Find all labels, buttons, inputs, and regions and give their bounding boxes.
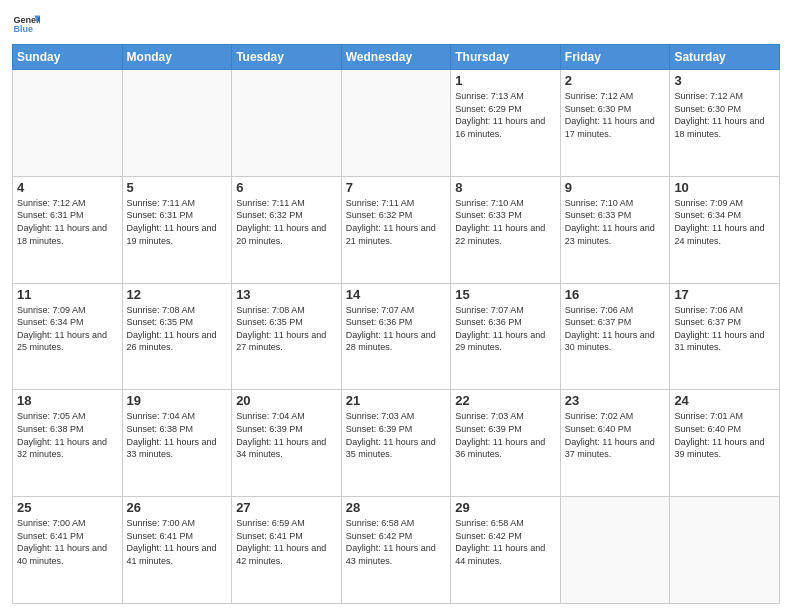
calendar-cell: 1Sunrise: 7:13 AMSunset: 6:29 PMDaylight… bbox=[451, 70, 561, 177]
day-info: Sunrise: 7:08 AMSunset: 6:35 PMDaylight:… bbox=[127, 304, 228, 354]
day-info: Sunrise: 7:11 AMSunset: 6:31 PMDaylight:… bbox=[127, 197, 228, 247]
day-info: Sunrise: 7:06 AMSunset: 6:37 PMDaylight:… bbox=[565, 304, 666, 354]
day-info: Sunrise: 7:07 AMSunset: 6:36 PMDaylight:… bbox=[346, 304, 447, 354]
day-info: Sunrise: 7:10 AMSunset: 6:33 PMDaylight:… bbox=[565, 197, 666, 247]
day-info: Sunrise: 7:09 AMSunset: 6:34 PMDaylight:… bbox=[674, 197, 775, 247]
day-of-week-header: Tuesday bbox=[232, 45, 342, 70]
day-number: 11 bbox=[17, 287, 118, 302]
calendar-cell: 2Sunrise: 7:12 AMSunset: 6:30 PMDaylight… bbox=[560, 70, 670, 177]
day-number: 13 bbox=[236, 287, 337, 302]
calendar-week-row: 4Sunrise: 7:12 AMSunset: 6:31 PMDaylight… bbox=[13, 176, 780, 283]
svg-text:Blue: Blue bbox=[13, 24, 33, 34]
day-of-week-header: Wednesday bbox=[341, 45, 451, 70]
day-info: Sunrise: 7:06 AMSunset: 6:37 PMDaylight:… bbox=[674, 304, 775, 354]
calendar-cell bbox=[560, 497, 670, 604]
logo: General Blue bbox=[12, 10, 40, 38]
calendar-cell: 21Sunrise: 7:03 AMSunset: 6:39 PMDayligh… bbox=[341, 390, 451, 497]
day-number: 3 bbox=[674, 73, 775, 88]
day-number: 27 bbox=[236, 500, 337, 515]
logo-icon: General Blue bbox=[12, 10, 40, 38]
day-number: 24 bbox=[674, 393, 775, 408]
day-of-week-header: Thursday bbox=[451, 45, 561, 70]
calendar-cell: 16Sunrise: 7:06 AMSunset: 6:37 PMDayligh… bbox=[560, 283, 670, 390]
day-number: 4 bbox=[17, 180, 118, 195]
calendar-cell: 18Sunrise: 7:05 AMSunset: 6:38 PMDayligh… bbox=[13, 390, 123, 497]
calendar-table: SundayMondayTuesdayWednesdayThursdayFrid… bbox=[12, 44, 780, 604]
calendar-cell: 9Sunrise: 7:10 AMSunset: 6:33 PMDaylight… bbox=[560, 176, 670, 283]
day-number: 23 bbox=[565, 393, 666, 408]
calendar-cell: 4Sunrise: 7:12 AMSunset: 6:31 PMDaylight… bbox=[13, 176, 123, 283]
day-info: Sunrise: 7:03 AMSunset: 6:39 PMDaylight:… bbox=[455, 410, 556, 460]
day-number: 25 bbox=[17, 500, 118, 515]
calendar-cell bbox=[13, 70, 123, 177]
calendar-cell: 27Sunrise: 6:59 AMSunset: 6:41 PMDayligh… bbox=[232, 497, 342, 604]
calendar-cell: 26Sunrise: 7:00 AMSunset: 6:41 PMDayligh… bbox=[122, 497, 232, 604]
day-info: Sunrise: 7:11 AMSunset: 6:32 PMDaylight:… bbox=[346, 197, 447, 247]
calendar-cell: 17Sunrise: 7:06 AMSunset: 6:37 PMDayligh… bbox=[670, 283, 780, 390]
header: General Blue bbox=[12, 10, 780, 38]
calendar-cell: 22Sunrise: 7:03 AMSunset: 6:39 PMDayligh… bbox=[451, 390, 561, 497]
day-number: 21 bbox=[346, 393, 447, 408]
day-info: Sunrise: 6:58 AMSunset: 6:42 PMDaylight:… bbox=[346, 517, 447, 567]
day-number: 9 bbox=[565, 180, 666, 195]
day-number: 18 bbox=[17, 393, 118, 408]
day-number: 15 bbox=[455, 287, 556, 302]
day-info: Sunrise: 6:58 AMSunset: 6:42 PMDaylight:… bbox=[455, 517, 556, 567]
day-number: 6 bbox=[236, 180, 337, 195]
calendar-cell: 29Sunrise: 6:58 AMSunset: 6:42 PMDayligh… bbox=[451, 497, 561, 604]
day-number: 8 bbox=[455, 180, 556, 195]
day-number: 17 bbox=[674, 287, 775, 302]
calendar-cell bbox=[341, 70, 451, 177]
calendar-cell: 28Sunrise: 6:58 AMSunset: 6:42 PMDayligh… bbox=[341, 497, 451, 604]
day-number: 20 bbox=[236, 393, 337, 408]
calendar-cell: 24Sunrise: 7:01 AMSunset: 6:40 PMDayligh… bbox=[670, 390, 780, 497]
calendar-cell: 20Sunrise: 7:04 AMSunset: 6:39 PMDayligh… bbox=[232, 390, 342, 497]
day-of-week-header: Sunday bbox=[13, 45, 123, 70]
day-info: Sunrise: 7:12 AMSunset: 6:31 PMDaylight:… bbox=[17, 197, 118, 247]
calendar-cell: 6Sunrise: 7:11 AMSunset: 6:32 PMDaylight… bbox=[232, 176, 342, 283]
calendar-cell: 15Sunrise: 7:07 AMSunset: 6:36 PMDayligh… bbox=[451, 283, 561, 390]
day-info: Sunrise: 7:01 AMSunset: 6:40 PMDaylight:… bbox=[674, 410, 775, 460]
day-info: Sunrise: 7:12 AMSunset: 6:30 PMDaylight:… bbox=[565, 90, 666, 140]
calendar-week-row: 1Sunrise: 7:13 AMSunset: 6:29 PMDaylight… bbox=[13, 70, 780, 177]
day-of-week-header: Friday bbox=[560, 45, 670, 70]
day-info: Sunrise: 7:05 AMSunset: 6:38 PMDaylight:… bbox=[17, 410, 118, 460]
day-info: Sunrise: 7:13 AMSunset: 6:29 PMDaylight:… bbox=[455, 90, 556, 140]
calendar-cell bbox=[122, 70, 232, 177]
day-of-week-header: Monday bbox=[122, 45, 232, 70]
day-number: 16 bbox=[565, 287, 666, 302]
calendar-cell: 23Sunrise: 7:02 AMSunset: 6:40 PMDayligh… bbox=[560, 390, 670, 497]
day-number: 7 bbox=[346, 180, 447, 195]
calendar-cell: 13Sunrise: 7:08 AMSunset: 6:35 PMDayligh… bbox=[232, 283, 342, 390]
day-info: Sunrise: 6:59 AMSunset: 6:41 PMDaylight:… bbox=[236, 517, 337, 567]
calendar-cell: 11Sunrise: 7:09 AMSunset: 6:34 PMDayligh… bbox=[13, 283, 123, 390]
day-number: 22 bbox=[455, 393, 556, 408]
day-number: 2 bbox=[565, 73, 666, 88]
calendar-cell: 5Sunrise: 7:11 AMSunset: 6:31 PMDaylight… bbox=[122, 176, 232, 283]
day-info: Sunrise: 7:00 AMSunset: 6:41 PMDaylight:… bbox=[17, 517, 118, 567]
day-number: 10 bbox=[674, 180, 775, 195]
day-number: 26 bbox=[127, 500, 228, 515]
day-info: Sunrise: 7:03 AMSunset: 6:39 PMDaylight:… bbox=[346, 410, 447, 460]
day-number: 19 bbox=[127, 393, 228, 408]
calendar-cell: 8Sunrise: 7:10 AMSunset: 6:33 PMDaylight… bbox=[451, 176, 561, 283]
day-info: Sunrise: 7:11 AMSunset: 6:32 PMDaylight:… bbox=[236, 197, 337, 247]
day-info: Sunrise: 7:08 AMSunset: 6:35 PMDaylight:… bbox=[236, 304, 337, 354]
calendar-week-row: 25Sunrise: 7:00 AMSunset: 6:41 PMDayligh… bbox=[13, 497, 780, 604]
day-info: Sunrise: 7:02 AMSunset: 6:40 PMDaylight:… bbox=[565, 410, 666, 460]
calendar-cell: 25Sunrise: 7:00 AMSunset: 6:41 PMDayligh… bbox=[13, 497, 123, 604]
day-number: 28 bbox=[346, 500, 447, 515]
calendar-cell: 14Sunrise: 7:07 AMSunset: 6:36 PMDayligh… bbox=[341, 283, 451, 390]
day-info: Sunrise: 7:04 AMSunset: 6:39 PMDaylight:… bbox=[236, 410, 337, 460]
calendar-cell: 7Sunrise: 7:11 AMSunset: 6:32 PMDaylight… bbox=[341, 176, 451, 283]
day-number: 29 bbox=[455, 500, 556, 515]
calendar-cell: 3Sunrise: 7:12 AMSunset: 6:30 PMDaylight… bbox=[670, 70, 780, 177]
calendar-cell bbox=[670, 497, 780, 604]
day-number: 12 bbox=[127, 287, 228, 302]
day-info: Sunrise: 7:07 AMSunset: 6:36 PMDaylight:… bbox=[455, 304, 556, 354]
calendar-week-row: 18Sunrise: 7:05 AMSunset: 6:38 PMDayligh… bbox=[13, 390, 780, 497]
day-number: 14 bbox=[346, 287, 447, 302]
calendar-cell: 10Sunrise: 7:09 AMSunset: 6:34 PMDayligh… bbox=[670, 176, 780, 283]
day-info: Sunrise: 7:04 AMSunset: 6:38 PMDaylight:… bbox=[127, 410, 228, 460]
day-info: Sunrise: 7:10 AMSunset: 6:33 PMDaylight:… bbox=[455, 197, 556, 247]
